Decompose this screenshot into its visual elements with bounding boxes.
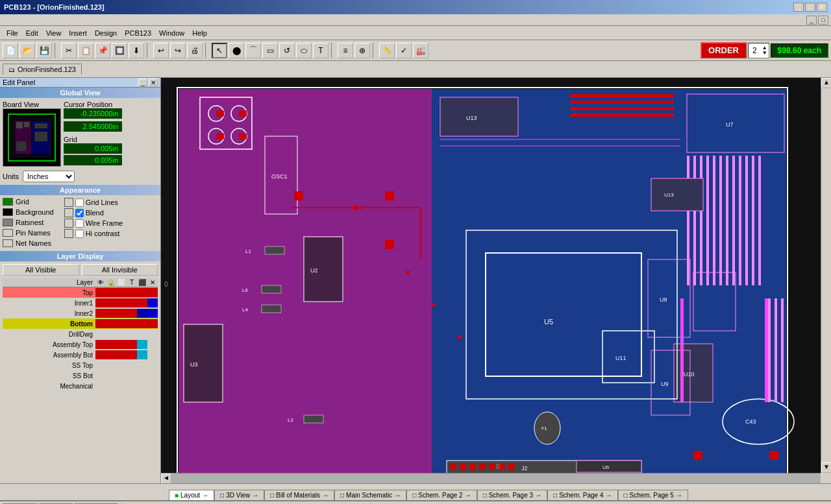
layer-bottom-c3 [116,319,127,328]
panel-close-btn[interactable]: ✕ [149,78,158,86]
menu-design[interactable]: Design [91,28,121,38]
global-view-title: Global View [0,88,160,98]
grid-color-swatch[interactable] [3,198,13,206]
open-btn[interactable]: 📂 [19,43,35,58]
layer-inner1-row[interactable]: Inner1 [3,298,158,308]
layer-bottom-name: Bottom [3,320,95,328]
layer-ssbot-row[interactable]: SS Bot [3,370,158,381]
netnames-color-swatch[interactable] [3,239,13,247]
undo-btn[interactable]: ↩ [153,43,169,58]
tab-3dview[interactable]: □ 3D View → [214,490,264,500]
canvas-area[interactable]: + 3 4 51 0 [161,78,831,483]
blend-checkbox[interactable] [75,209,84,217]
svg-rect-5 [16,122,23,128]
svg-rect-53 [262,285,281,293]
menu-pcb123[interactable]: PCB123 [121,28,155,38]
arc-btn[interactable]: ⌒ [245,43,261,58]
all-invisible-btn[interactable]: All Invisible [82,264,158,276]
all-visible-btn[interactable]: All Visible [3,264,79,276]
scroll-left-btn[interactable]: ◄ [161,474,171,483]
tab-schem5[interactable]: □ Schem. Page 5 → [618,490,688,500]
tab-schem3[interactable]: □ Schem. Page 3 → [477,490,547,500]
oval-btn[interactable]: ⬭ [296,43,312,58]
copy-btn[interactable]: 📋 [78,43,93,58]
gridlines-check-swatch[interactable] [64,198,73,207]
tab-bom[interactable]: □ Bill of Materials → [264,490,334,500]
scroll-down-btn[interactable]: ▼ [821,462,831,473]
layer-asstop-c4 [127,340,137,349]
layer-inner1-c3 [116,298,127,307]
select-btn[interactable]: ↖ [212,43,227,58]
new-btn[interactable]: 📄 [3,43,18,58]
layer-asstop-row[interactable]: Assembly Top [3,339,158,350]
quantity-control[interactable]: 2 ▲ ▼ [748,43,769,58]
layer-bottom-row[interactable]: Bottom [3,318,158,329]
pinnames-color-swatch[interactable] [3,229,13,237]
menu-file[interactable]: File [3,28,22,38]
cut-btn[interactable]: ✂ [61,43,77,58]
layer-bottom-c1 [95,319,106,328]
layer-mech-row[interactable]: Mechanical [3,381,158,391]
menu-help[interactable]: Help [188,28,211,38]
layer-top-row[interactable]: Top [3,287,158,298]
layer-mech-c3 [116,381,127,390]
layer-sstop-row[interactable]: SS Top [3,360,158,370]
horizontal-scrollbar[interactable]: ◄ ► [161,473,821,483]
hicontrast-checkbox[interactable] [75,230,84,238]
svg-rect-43 [752,156,754,285]
vertical-scrollbar[interactable]: ▲ ▼ [821,78,831,473]
text-btn[interactable]: T [313,43,329,58]
tab-schem4[interactable]: □ Schem. Page 4 → [547,490,617,500]
tab-layout[interactable]: ■ Layout → [169,490,214,500]
wireframe-check-swatch[interactable] [64,219,73,228]
paste-btn[interactable]: 📌 [95,43,110,58]
circle-btn[interactable]: ⬤ [229,43,244,58]
track-btn[interactable]: ≡ [338,43,353,58]
doc-tab[interactable]: 🗂 OrionFinished.123 [3,64,82,75]
float-minimize[interactable]: _ [806,16,817,25]
svg-text:L4: L4 [242,307,248,313]
menu-edit[interactable]: Edit [22,28,42,38]
check-btn[interactable]: ✓ [396,43,412,58]
order-button[interactable]: ORDER [701,42,747,58]
ratsnest-color-swatch[interactable] [3,219,13,226]
fab-btn[interactable]: 🏭 [413,43,428,58]
restore-btn[interactable]: □ [805,3,815,12]
menu-insert[interactable]: Insert [65,28,91,38]
layer-drilldwg-row[interactable]: DrillDwg [3,329,158,339]
qty-down[interactable]: ▼ [761,51,769,56]
redo-btn[interactable]: ↪ [170,43,186,58]
panel-minimize-btn[interactable]: _ [138,78,147,86]
menu-view[interactable]: View [42,28,66,38]
quantity-arrows[interactable]: ▲ ▼ [761,45,769,56]
via-btn[interactable]: ⊕ [354,43,370,58]
hicontrast-check-swatch[interactable] [64,229,73,238]
menu-window[interactable]: Window [155,28,188,38]
tab-schem[interactable]: □ Main Schematic → [334,490,406,500]
gridlines-checkbox[interactable] [75,198,84,207]
print-btn[interactable]: 🖨 [187,43,203,58]
tab-schem2[interactable]: □ Schem. Page 2 → [406,490,477,500]
comp-btn[interactable]: 🔲 [112,43,127,58]
scroll-up-btn[interactable]: ▲ [821,78,831,88]
netnames-label: Net Names [16,239,51,247]
bg-color-swatch[interactable] [3,208,13,216]
wireframe-checkbox[interactable] [75,219,84,228]
layer-assbot-row[interactable]: Assembly Bot [3,350,158,360]
tab-bar: ■ Layout → □ 3D View → □ Bill of Materia… [0,483,831,500]
window-controls[interactable]: _ □ ✕ [793,3,827,12]
minimize-btn[interactable]: _ [793,3,804,12]
close-btn[interactable]: ✕ [817,3,827,12]
layer-inner2-row[interactable]: Inner2 [3,308,158,318]
units-select[interactable]: Inches Millimeters [23,171,75,182]
measure-btn[interactable]: 📏 [379,43,395,58]
blend-check-swatch[interactable] [64,208,73,217]
svg-text:U3: U3 [190,361,198,368]
svg-rect-80 [508,464,515,470]
float-restore[interactable]: □ [818,16,828,25]
svg-rect-7 [34,123,47,128]
undo2-btn[interactable]: ↺ [279,43,295,58]
rect-btn[interactable]: ▭ [262,43,278,58]
import-btn[interactable]: ⬇ [129,43,144,58]
save-btn[interactable]: 💾 [36,43,52,58]
